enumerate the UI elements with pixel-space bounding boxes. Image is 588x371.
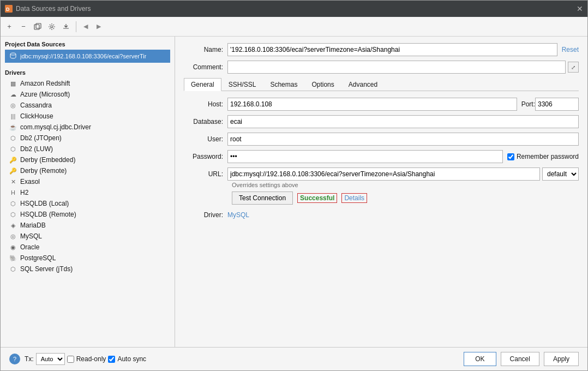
tab-schemas[interactable]: Schemas	[263, 78, 304, 91]
reset-link[interactable]: Reset	[562, 46, 579, 53]
driver-icon: ☕	[9, 124, 17, 131]
driver-item-label: PostgreSQL	[20, 254, 56, 262]
app-icon: D	[5, 5, 13, 13]
overrides-text: Overrides settings above	[232, 182, 579, 188]
driver-item[interactable]: ⬡Db2 (LUW)	[5, 143, 170, 154]
driver-item-label: SQL Server (jTds)	[20, 265, 73, 273]
driver-icon: 🐘	[9, 255, 17, 262]
driver-item-label: Azure (Microsoft)	[20, 91, 70, 98]
close-button[interactable]: ✕	[577, 4, 583, 13]
driver-item-label: MySQL	[20, 232, 42, 240]
driver-value[interactable]: MySQL	[227, 211, 249, 219]
copy-datasource-button[interactable]	[31, 20, 44, 33]
test-connection-button[interactable]: Test Connection	[232, 192, 293, 205]
user-input[interactable]	[227, 133, 579, 146]
driver-item[interactable]: ◉Oracle	[5, 242, 170, 253]
config-datasource-button[interactable]	[45, 20, 58, 33]
import-button[interactable]	[59, 20, 73, 33]
window-title: Data Sources and Drivers	[16, 5, 91, 13]
test-row: Test Connection Successful Details	[232, 192, 579, 205]
comment-input[interactable]	[227, 61, 566, 74]
password-row: Password: Remember password	[184, 150, 579, 163]
back-button[interactable]: ◀	[80, 21, 92, 33]
driver-item-label: Derby (Remote)	[20, 167, 67, 175]
database-row: Database:	[184, 115, 579, 128]
add-datasource-button[interactable]: +	[3, 20, 16, 33]
url-label: URL:	[184, 170, 227, 178]
driver-item[interactable]: ◎MySQL	[5, 231, 170, 242]
port-input[interactable]	[535, 98, 579, 111]
name-input[interactable]	[227, 43, 557, 56]
driver-item[interactable]: |||ClickHouse	[5, 111, 170, 122]
database-input[interactable]	[227, 115, 579, 128]
connection-details-link[interactable]: Details	[341, 193, 367, 203]
url-row: URL: default	[184, 167, 579, 181]
project-section: Project Data Sources jdbc:mysql://192.16…	[1, 37, 175, 65]
driver-item[interactable]: ⬡SQL Server (jTds)	[5, 264, 170, 274]
driver-item[interactable]: ⬡Db2 (JTOpen)	[5, 133, 170, 143]
main-window: D Data Sources and Drivers ✕ + − ◀ ▶ Pro…	[0, 0, 588, 371]
comment-row: Comment: ⤢	[184, 61, 579, 74]
driver-item[interactable]: ⬡HSQLDB (Remote)	[5, 209, 170, 220]
driver-item-label: Cassandra	[20, 101, 52, 109]
driver-icon: ◎	[9, 233, 17, 240]
name-row: Name: Reset	[184, 43, 579, 56]
driver-item[interactable]: ◎Cassandra	[5, 100, 170, 111]
driver-item[interactable]: 🔑Derby (Remote)	[5, 165, 170, 176]
driver-item[interactable]: 🐘PostgreSQL	[5, 253, 170, 264]
main-content: Project Data Sources jdbc:mysql://192.16…	[1, 37, 587, 347]
svg-rect-2	[34, 25, 39, 29]
driver-item-label: com.mysql.cj.jdbc.Driver	[20, 123, 91, 131]
driver-item-label: Amazon Redshift	[20, 80, 70, 87]
url-scheme-select[interactable]: default	[542, 167, 579, 181]
user-row: User:	[184, 133, 579, 146]
driver-item[interactable]: ☕com.mysql.cj.jdbc.Driver	[5, 122, 170, 133]
comment-expand-button[interactable]: ⤢	[568, 62, 579, 73]
password-input[interactable]	[227, 150, 503, 163]
driver-item-label: HSQLDB (Local)	[20, 200, 69, 207]
host-input[interactable]	[227, 98, 517, 111]
driver-icon: ⬡	[9, 211, 17, 218]
driver-item[interactable]: 🔑Derby (Embedded)	[5, 154, 170, 165]
bottom-bar: ? Tx: Auto Read-only Auto sync OK Cancel…	[1, 347, 587, 370]
driver-item[interactable]: ▦Amazon Redshift	[5, 78, 170, 89]
forward-button[interactable]: ▶	[93, 21, 105, 33]
driver-item-label: Db2 (JTOpen)	[20, 134, 62, 142]
driver-item[interactable]: ⬡HSQLDB (Local)	[5, 198, 170, 209]
host-label: Host:	[184, 100, 227, 108]
driver-item[interactable]: ☁Azure (Microsoft)	[5, 89, 170, 100]
ok-button[interactable]: OK	[464, 352, 496, 366]
driver-item-label: H2	[20, 189, 28, 196]
datasource-item[interactable]: jdbc:mysql://192.168.0.108:3306/ecai?ser…	[5, 50, 170, 63]
url-input[interactable]	[227, 167, 540, 181]
readonly-checkbox[interactable]	[67, 356, 74, 363]
autosync-checkbox[interactable]	[108, 356, 115, 363]
apply-button[interactable]: Apply	[544, 352, 579, 366]
tx-select[interactable]: Auto	[36, 353, 65, 365]
driver-item[interactable]: HH2	[5, 187, 170, 198]
remove-datasource-button[interactable]: −	[17, 20, 30, 33]
readonly-label: Read-only	[67, 355, 106, 363]
driver-icon: |||	[9, 113, 17, 119]
driver-icon: ⬡	[9, 146, 17, 153]
driver-label: Driver:	[184, 211, 227, 219]
help-button[interactable]: ?	[9, 354, 20, 364]
tab-advanced[interactable]: Advanced	[341, 78, 385, 91]
datasource-icon	[9, 52, 17, 61]
name-label: Name:	[184, 46, 227, 53]
svg-point-4	[51, 26, 53, 28]
tab-general[interactable]: General	[184, 78, 221, 91]
toolbar: + − ◀ ▶	[1, 17, 587, 37]
driver-item[interactable]: ✕Exasol	[5, 176, 170, 187]
tab-ssh-ssl[interactable]: SSH/SSL	[221, 78, 263, 91]
tab-options[interactable]: Options	[304, 78, 341, 91]
port-label: Port:	[521, 100, 535, 108]
driver-item-label: ClickHouse	[20, 112, 53, 120]
cancel-button[interactable]: Cancel	[501, 352, 539, 366]
remember-password-label: Remember password	[507, 153, 579, 160]
autosync-label: Auto sync	[108, 355, 146, 363]
driver-item[interactable]: ◈MariaDB	[5, 220, 170, 231]
driver-icon: 🔑	[9, 157, 17, 164]
remember-password-checkbox[interactable]	[507, 153, 514, 160]
driver-icon: ◈	[9, 222, 17, 229]
